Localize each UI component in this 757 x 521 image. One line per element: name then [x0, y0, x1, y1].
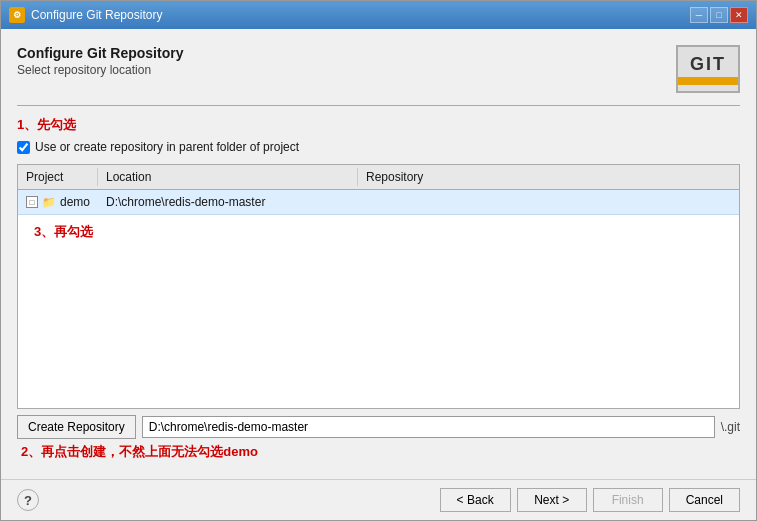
separator	[17, 105, 740, 106]
git-suffix: \.git	[721, 420, 740, 434]
repo-path-input[interactable]	[142, 416, 715, 438]
finish-button[interactable]: Finish	[593, 488, 663, 512]
footer-left: ?	[17, 489, 39, 511]
title-bar-left: ⚙ Configure Git Repository	[9, 7, 162, 23]
project-icon: □	[26, 196, 38, 208]
help-button[interactable]: ?	[17, 489, 39, 511]
back-button[interactable]: < Back	[440, 488, 511, 512]
table-row[interactable]: □ 📁 demo D:\chrome\redis-demo-master	[18, 190, 739, 215]
repo-row: Create Repository \.git	[17, 415, 740, 439]
git-logo-bar	[678, 77, 738, 85]
cancel-button[interactable]: Cancel	[669, 488, 740, 512]
col-project: Project	[18, 168, 98, 186]
git-logo: GIT	[676, 45, 740, 93]
project-table: Project Location Repository □ 📁 demo D:\…	[17, 164, 740, 409]
use-parent-folder-checkbox[interactable]	[17, 141, 30, 154]
folder-icon: 📁	[42, 196, 56, 209]
annotation-1: 1、先勾选	[17, 116, 740, 134]
minimize-button[interactable]: ─	[690, 7, 708, 23]
row-project: □ 📁 demo	[18, 193, 98, 211]
table-header: Project Location Repository	[18, 165, 739, 190]
git-logo-text: GIT	[690, 54, 726, 75]
footer-buttons: < Back Next > Finish Cancel	[440, 488, 740, 512]
window-title: Configure Git Repository	[31, 8, 162, 22]
dialog-title: Configure Git Repository	[17, 45, 183, 61]
content-area: Configure Git Repository Select reposito…	[1, 29, 756, 479]
bottom-bar: Create Repository \.git 2、再点击创建，不然上面无法勾选…	[17, 409, 740, 471]
annotation-2: 2、再点击创建，不然上面无法勾选demo	[21, 443, 740, 461]
dialog-subtitle: Select repository location	[17, 63, 183, 77]
create-repository-button[interactable]: Create Repository	[17, 415, 136, 439]
checkbox-row: Use or create repository in parent folde…	[17, 140, 740, 154]
checkbox-label[interactable]: Use or create repository in parent folde…	[35, 140, 299, 154]
header-text: Configure Git Repository Select reposito…	[17, 45, 183, 77]
project-name: demo	[60, 195, 90, 209]
row-location: D:\chrome\redis-demo-master	[98, 193, 358, 211]
close-button[interactable]: ✕	[730, 7, 748, 23]
footer: ? < Back Next > Finish Cancel	[1, 479, 756, 520]
title-bar: ⚙ Configure Git Repository ─ □ ✕	[1, 1, 756, 29]
annotation-3: 3、再勾选	[26, 216, 101, 247]
row-repository	[358, 200, 739, 204]
col-location: Location	[98, 168, 358, 186]
maximize-button[interactable]: □	[710, 7, 728, 23]
col-repository: Repository	[358, 168, 739, 186]
annotation-3-container: 3、再勾选	[18, 215, 739, 249]
title-bar-controls: ─ □ ✕	[690, 7, 748, 23]
next-button[interactable]: Next >	[517, 488, 587, 512]
header-section: Configure Git Repository Select reposito…	[17, 45, 740, 93]
window: ⚙ Configure Git Repository ─ □ ✕ Configu…	[0, 0, 757, 521]
window-icon: ⚙	[9, 7, 25, 23]
